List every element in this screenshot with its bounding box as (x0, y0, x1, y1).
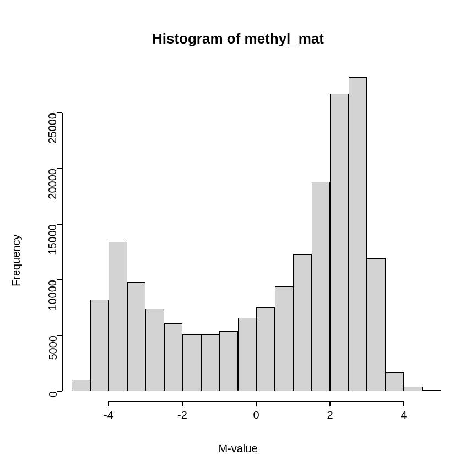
histogram-bar (423, 390, 441, 391)
histogram-bar (404, 387, 423, 391)
histogram-bar (72, 380, 90, 391)
x-tick-label: -2 (177, 409, 187, 421)
y-tick-label: 0 (47, 391, 60, 397)
y-tick-label: 10000 (47, 280, 60, 311)
histogram-chart: Histogram of methyl_mat Frequency M-valu… (0, 0, 476, 476)
x-tick-label: -4 (104, 409, 113, 421)
histogram-bar (367, 258, 386, 391)
histogram-bar (275, 286, 294, 391)
x-tick (108, 401, 109, 406)
histogram-bar (219, 331, 238, 391)
x-tick (182, 401, 183, 406)
histogram-bar (201, 334, 220, 391)
x-tick (403, 401, 404, 406)
histogram-bar (238, 318, 257, 391)
histogram-bar (164, 323, 183, 391)
y-tick-label: 20000 (47, 169, 60, 199)
histogram-bar (349, 77, 367, 391)
histogram-bar (312, 182, 331, 391)
x-tick-label: 2 (327, 409, 333, 421)
plot-area: -4-2024 0500010000150002000025000 (72, 77, 441, 391)
x-tick-label: 0 (253, 409, 259, 421)
histogram-bar (182, 334, 201, 391)
chart-title: Histogram of methyl_mat (0, 30, 476, 47)
bars-container (72, 77, 441, 391)
histogram-bar (90, 300, 109, 391)
histogram-bar (256, 307, 275, 391)
histogram-bar (145, 309, 164, 391)
y-tick-label: 15000 (47, 224, 60, 255)
x-axis-label: M-value (0, 442, 476, 455)
x-tick (256, 401, 257, 406)
histogram-bar (330, 94, 349, 391)
histogram-bar (127, 282, 146, 391)
y-axis-label: Frequency (10, 0, 21, 286)
histogram-bar (109, 242, 127, 391)
x-tick-label: 4 (401, 409, 407, 421)
histogram-bar (386, 372, 404, 391)
y-tick-label: 5000 (47, 336, 60, 360)
x-tick (329, 401, 331, 406)
y-tick-label: 25000 (47, 113, 60, 144)
y-axis-line (62, 113, 63, 391)
histogram-bar (293, 254, 312, 391)
